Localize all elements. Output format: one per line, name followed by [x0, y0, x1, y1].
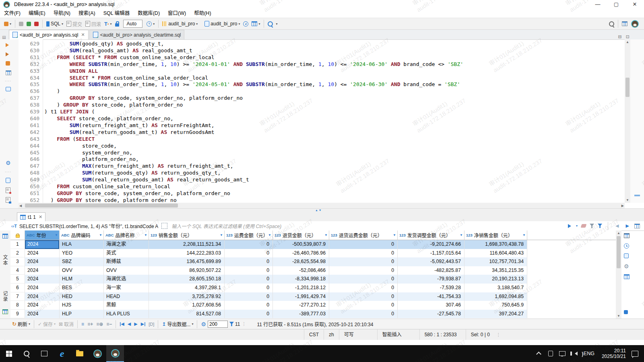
panels-references-icon[interactable]	[624, 274, 630, 280]
grid-cell[interactable]: 0	[329, 249, 398, 258]
grid-cell[interactable]: -1,157,015.64	[398, 249, 464, 258]
record-mode-tab[interactable]: 记录	[2, 291, 8, 302]
grid-cell[interactable]: 黑鲸	[104, 301, 149, 310]
panels-metadata-icon[interactable]	[624, 253, 629, 259]
grid-cell[interactable]: 0	[329, 284, 398, 292]
sash-collapse-icons[interactable]: ▲ ▼	[315, 209, 322, 212]
menu-item-0[interactable]: 文件(F)	[0, 9, 25, 18]
grid-cell[interactable]: HLM	[60, 275, 104, 284]
file-explorer-button[interactable]	[71, 345, 89, 362]
menu-item-7[interactable]: 帮助(H)	[190, 9, 215, 18]
column-header-1[interactable]: ABC品牌编码▼	[60, 230, 104, 240]
grid-cell[interactable]: 86,920,507.22	[149, 266, 225, 275]
code-line-641[interactable]: SUM(return_freight_amt_t) AS returnFreig…	[44, 122, 620, 129]
grid-cell[interactable]: 海澜之家	[104, 240, 149, 249]
dbeaver-taskbar-button[interactable]	[89, 345, 106, 362]
grid-cell[interactable]: BES	[60, 284, 104, 292]
tab-analysis-cleartime-sql[interactable]: <audit_bi_pro> analysis_cleartime.sql	[89, 30, 185, 39]
grid-cell[interactable]: 307.46	[398, 301, 464, 310]
panels-value-viewer-icon[interactable]	[624, 233, 630, 239]
grid-cell[interactable]: -79,938.87	[398, 275, 464, 284]
edit-template-button[interactable]	[6, 70, 11, 76]
panels-settings-icon[interactable]: ⚙	[624, 263, 629, 269]
grid-cell[interactable]: -277,270.12	[273, 301, 329, 310]
copy-row-button[interactable]: ≡⊕	[95, 321, 104, 328]
filter-expression-text[interactable]: SELECT SUBSTR(t1.orderTime, 1, 4) AS "年份…	[19, 222, 158, 229]
grid-cell[interactable]: -1,201,218.12	[273, 284, 329, 292]
dbeaver-home-button[interactable]	[630, 19, 640, 29]
grid-cell[interactable]: 144,222,283.03	[149, 249, 225, 258]
grid-cell[interactable]: -27,545.78	[398, 310, 464, 319]
grid-cell[interactable]: 0	[225, 292, 273, 301]
menu-item-4[interactable]: SQL 编辑器	[99, 9, 134, 18]
row-number-cell[interactable]: 4	[10, 266, 25, 275]
column-header-3[interactable]: 123销售金额（元）▼	[149, 230, 225, 240]
grid-cell[interactable]: 0	[329, 310, 398, 319]
grid-cell[interactable]: 2024	[25, 284, 60, 292]
tray-usb[interactable]	[545, 345, 556, 362]
grid-cell[interactable]: 1,027,608.56	[149, 301, 225, 310]
tray-volume[interactable]	[568, 345, 581, 362]
sort-caret-icon[interactable]: ▼	[324, 233, 328, 237]
grid-cell[interactable]: 海澜优选	[104, 275, 149, 284]
menu-item-6[interactable]: 窗口(W)	[164, 9, 190, 18]
transaction-log-button[interactable]: ▾	[145, 21, 156, 27]
code-line-652[interactable]: ) GROUP BY store_code, platform_order_no	[44, 197, 620, 203]
delete-row-button[interactable]: ≡−	[105, 321, 113, 328]
grid-cell[interactable]: 0	[329, 266, 398, 275]
grid-cell[interactable]: 0	[329, 301, 398, 310]
next-page-icon[interactable]: ▶	[134, 321, 137, 327]
connection-selector[interactable]: audit_bi_pro▾	[161, 20, 199, 27]
grid-cell[interactable]: 1,698,370,438.78	[464, 240, 527, 249]
save-button[interactable]: ✓保存▾	[37, 320, 57, 328]
close-button[interactable]: ✕	[625, 0, 644, 9]
grid-cell[interactable]: 0	[329, 275, 398, 284]
grid-cell[interactable]: 34,351,215.35	[464, 266, 527, 275]
column-header-0[interactable]: ABC年份▼	[25, 230, 60, 240]
grid-cell[interactable]: OVV	[60, 266, 104, 275]
code-line-638[interactable]: ) GROUP BY store_code, platform_order_no	[44, 102, 620, 109]
file-chart-button[interactable]	[6, 197, 10, 204]
code-line-629[interactable]: SUM(goods_qty) AS goods_qty_t,	[44, 41, 620, 47]
grid-cell[interactable]: 397,204.27	[464, 310, 527, 319]
grid-cell[interactable]: 2024	[25, 292, 60, 301]
sort-caret-icon[interactable]: ▼	[55, 233, 58, 237]
record-icon[interactable]	[2, 309, 8, 315]
grid-cell[interactable]: 2024	[25, 240, 60, 249]
row-number-cell[interactable]: 7	[10, 292, 25, 301]
grid-cell[interactable]: 2024	[25, 266, 60, 275]
export-data-button[interactable]: ↥导出数据...▾	[161, 320, 194, 328]
result-tab-close-icon[interactable]: ✕	[39, 214, 42, 220]
code-line-645[interactable]: system_order_no,	[44, 150, 620, 156]
row-filter-button[interactable]: 11	[228, 321, 241, 328]
panels-aggregate-icon[interactable]	[624, 243, 629, 250]
commit-button[interactable]: 提交	[65, 20, 83, 28]
code-line-640[interactable]: SELECT store_code, platform_order_no,	[44, 115, 620, 122]
column-header-8[interactable]: 123净销售金额（元）▼	[464, 230, 527, 240]
grid-cell[interactable]: 28,605,150.18	[149, 275, 225, 284]
grid-cell[interactable]: -5,092,443.57	[398, 257, 464, 266]
grid-cell[interactable]: 3,188,540.7	[464, 284, 527, 292]
tray-clock[interactable]: 20:11 2025/10/21	[602, 348, 626, 359]
grid-cell[interactable]: -41,754.33	[398, 292, 464, 301]
save-filter-icon[interactable]	[598, 224, 602, 228]
grid-view-icon[interactable]	[2, 234, 8, 240]
code-line-637[interactable]: GROUP BY store_code, system_order_no, pl…	[44, 95, 620, 102]
output-button[interactable]	[6, 87, 11, 93]
grid-cell[interactable]: -389,777.03	[273, 310, 329, 319]
row-number-cell[interactable]: 8	[10, 301, 25, 310]
grid-cell[interactable]: 2024	[25, 310, 60, 319]
editor-corner-icon[interactable]: ▤	[0, 35, 8, 39]
grid-cell[interactable]: -8,334,998.18	[273, 275, 329, 284]
grid-cell[interactable]: 0	[225, 310, 273, 319]
lock-button[interactable]	[114, 21, 120, 27]
grid-settings-button[interactable]: ⚙	[200, 321, 207, 328]
grid-cell[interactable]: -482,825.87	[398, 266, 464, 275]
quick-search-button[interactable]	[608, 21, 615, 27]
grid-cell[interactable]: 0	[225, 301, 273, 310]
grid-cell[interactable]: -500,539,807.9	[273, 240, 329, 249]
grid-cell[interactable]: 4,397,298.1	[149, 284, 225, 292]
menu-item-1[interactable]: 编辑(E)	[25, 9, 50, 18]
column-header-7[interactable]: 123发货调整金额（元）▼	[398, 230, 464, 240]
row-number-cell[interactable]: 5	[10, 275, 25, 284]
